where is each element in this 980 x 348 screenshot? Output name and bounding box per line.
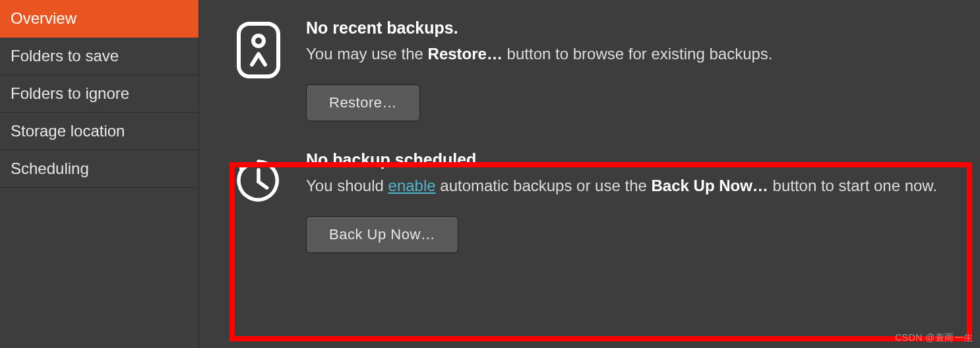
restore-heading: No recent backups.	[306, 18, 954, 38]
backup-icon-col	[232, 150, 285, 208]
sidebar-item-folders-to-save[interactable]: Folders to save	[0, 38, 199, 75]
backup-desc-mid: automatic backups or use the	[436, 177, 652, 194]
backup-desc-bold: Back Up Now…	[652, 177, 768, 194]
sidebar-item-storage-location[interactable]: Storage location	[0, 113, 199, 150]
restore-desc-bold: Restore…	[428, 45, 503, 63]
enable-link[interactable]: enable	[388, 177, 436, 194]
backup-desc: You should enable automatic backups or u…	[306, 173, 954, 198]
svg-line-4	[259, 182, 267, 188]
backup-now-button[interactable]: Back Up Now…	[306, 216, 458, 253]
svg-rect-0	[239, 24, 278, 76]
restore-desc-post: button to browse for existing backups.	[503, 45, 773, 63]
sidebar-item-scheduling[interactable]: Scheduling	[0, 150, 199, 188]
backup-desc-pre: You should	[306, 177, 388, 194]
restore-desc-pre: You may use the	[306, 45, 428, 63]
sidebar-item-folders-to-ignore[interactable]: Folders to ignore	[0, 75, 199, 113]
sidebar: Overview Folders to save Folders to igno…	[0, 0, 199, 348]
restore-section: No recent backups. You may use the Resto…	[232, 18, 954, 121]
restore-desc: You may use the Restore… button to brows…	[306, 42, 954, 66]
safe-icon	[236, 21, 281, 79]
restore-button[interactable]: Restore…	[306, 84, 420, 121]
backup-heading: No backup scheduled.	[306, 150, 954, 169]
backup-text: No backup scheduled. You should enable a…	[306, 150, 954, 253]
backup-desc-post: button to start one now.	[768, 177, 937, 194]
sidebar-item-overview[interactable]: Overview	[0, 0, 199, 38]
restore-icon-col	[232, 18, 285, 79]
clock-history-icon	[232, 153, 285, 208]
restore-text: No recent backups. You may use the Resto…	[306, 18, 954, 121]
content-pane: No recent backups. You may use the Resto…	[199, 0, 980, 348]
svg-point-1	[253, 36, 264, 46]
backup-section: No backup scheduled. You should enable a…	[232, 150, 954, 253]
